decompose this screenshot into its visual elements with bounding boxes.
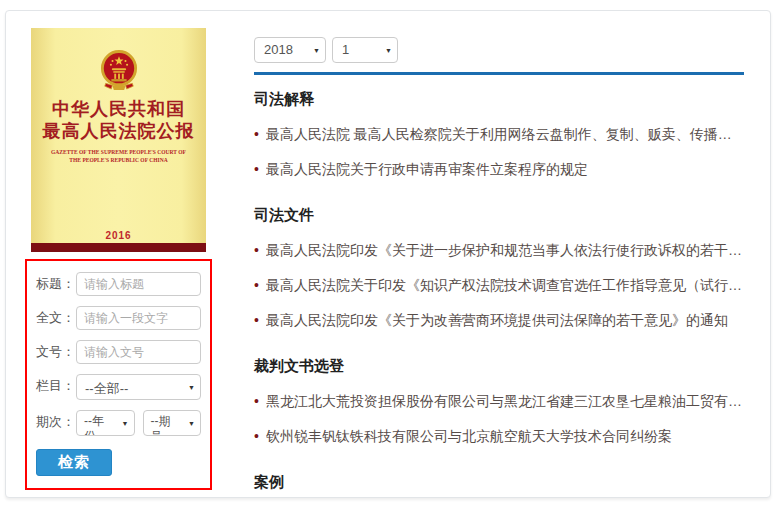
section-cases: 案例 • 上海市长宁区人民检察院诉韩某某盗窃案 — [254, 473, 744, 506]
cover-title-line2: 最高人民法院公报 — [31, 120, 206, 142]
cover-subtitle: GAZETTE OF THE SUPREME PEOPLE'S COURT OF… — [31, 148, 206, 164]
cover-subtitle-line2: THE PEOPLE'S REPUBLIC OF CHINA — [38, 156, 199, 163]
list-item[interactable]: • 黑龙江北大荒投资担保股份有限公司与黑龙江省建三江农垦七星粮油工贸有限责任..… — [254, 392, 744, 411]
search-form: 标题： 全文： 文号： 栏目： --全部-- ▼ 期次： — [25, 259, 212, 490]
gazette-cover: 中华人民共和国 最高人民法院公报 GAZETTE OF THE SUPREME … — [31, 28, 206, 252]
search-button[interactable]: 检索 — [36, 449, 112, 476]
section-title: 案例 — [254, 473, 744, 492]
bullet-icon: • — [254, 160, 259, 179]
filter-row: 2018 ▼ 1 ▼ — [254, 37, 744, 63]
year-filter-select[interactable]: 2018 ▼ — [254, 37, 326, 63]
chevron-down-icon: ▼ — [188, 420, 195, 427]
national-emblem-icon — [100, 48, 138, 94]
cover-title-line1: 中华人民共和国 — [31, 98, 206, 120]
bullet-icon: • — [254, 276, 259, 295]
list-item-text: 钦州锐丰钒钛铁科技有限公司与北京航空航天大学技术合同纠纷案 — [266, 427, 672, 446]
issue-select-value: --期号 — [151, 414, 181, 436]
bullet-icon: • — [254, 427, 259, 446]
fulltext-input[interactable] — [76, 306, 201, 330]
year-select-value: --年份 — [84, 414, 114, 436]
issue-filter-select[interactable]: 1 ▼ — [332, 37, 398, 63]
cover-subtitle-line1: GAZETTE OF THE SUPREME PEOPLE'S COURT OF — [38, 148, 199, 155]
list-item[interactable]: • 最高人民法院印发《关于进一步保护和规范当事人依法行使行政诉权的若干意见》..… — [254, 241, 744, 260]
column-select-value: --全部-- — [85, 380, 128, 398]
list-item[interactable]: • 钦州锐丰钒钛铁科技有限公司与北京航空航天大学技术合同纠纷案 — [254, 427, 744, 446]
list-item-text: 最高人民法院 最高人民检察院关于利用网络云盘制作、复制、贩卖、传播淫秽电子... — [266, 125, 744, 144]
column-field-label: 栏目： — [36, 374, 76, 398]
chevron-down-icon: ▼ — [122, 420, 129, 427]
list-item-text: 最高人民法院印发《关于进一步保护和规范当事人依法行使行政诉权的若干意见》... — [266, 241, 744, 260]
section-judicial-interpretations: 司法解释 • 最高人民法院 最高人民检察院关于利用网络云盘制作、复制、贩卖、传播… — [254, 90, 744, 179]
column-field-row: 栏目： --全部-- ▼ — [36, 374, 201, 400]
chevron-down-icon: ▼ — [313, 47, 320, 54]
list-item[interactable]: • 最高人民法院关于行政申请再审案件立案程序的规定 — [254, 160, 744, 179]
issue-select[interactable]: --期号 ▼ — [143, 410, 202, 436]
year-select[interactable]: --年份 ▼ — [76, 410, 135, 436]
list-item-text: 最高人民法院关于行政申请再审案件立案程序的规定 — [266, 160, 588, 179]
bullet-icon: • — [254, 392, 259, 411]
list-item-text: 最高人民法院关于印发《知识产权法院技术调查官选任工作指导意见（试行）》的... — [266, 276, 744, 295]
title-field-label: 标题： — [36, 272, 76, 296]
bullet-icon: • — [254, 311, 259, 330]
list-item[interactable]: • 最高人民法院关于印发《知识产权法院技术调查官选任工作指导意见（试行）》的..… — [254, 276, 744, 295]
fulltext-field-row: 全文： — [36, 306, 201, 330]
chevron-down-icon: ▼ — [188, 384, 195, 391]
chevron-down-icon: ▼ — [385, 47, 392, 54]
list-item[interactable]: • 最高人民法院 最高人民检察院关于利用网络云盘制作、复制、贩卖、传播淫秽电子.… — [254, 125, 744, 144]
section-judicial-documents: 司法文件 • 最高人民法院印发《关于进一步保护和规范当事人依法行使行政诉权的若干… — [254, 206, 744, 330]
section-selected-judgments: 裁判文书选登 • 黑龙江北大荒投资担保股份有限公司与黑龙江省建三江农垦七星粮油工… — [254, 357, 744, 446]
bullet-icon: • — [254, 125, 259, 144]
issue-field-label: 期次： — [36, 410, 76, 434]
year-filter-value: 2018 — [264, 42, 293, 57]
fulltext-field-label: 全文： — [36, 306, 76, 330]
issue-field-row: 期次： --年份 ▼ --期号 ▼ — [36, 410, 201, 436]
page-container: 中华人民共和国 最高人民法院公报 GAZETTE OF THE SUPREME … — [5, 10, 771, 498]
content-column: 2018 ▼ 1 ▼ 司法解释 • 最高人民法院 最高人民检察院关于利用网络云盘… — [254, 37, 744, 506]
blue-divider — [254, 72, 744, 75]
bullet-icon: • — [254, 241, 259, 260]
docnumber-input[interactable] — [76, 340, 201, 364]
title-input[interactable] — [76, 272, 201, 296]
list-item[interactable]: • 最高人民法院印发《关于为改善营商环境提供司法保障的若干意见》的通知 — [254, 311, 744, 330]
column-select[interactable]: --全部-- ▼ — [76, 374, 201, 400]
section-title: 裁判文书选登 — [254, 357, 744, 376]
cover-stripe — [31, 243, 206, 252]
docnumber-field-row: 文号： — [36, 340, 201, 364]
section-title: 司法文件 — [254, 206, 744, 225]
title-field-row: 标题： — [36, 272, 201, 296]
cover-year: 2016 — [31, 230, 206, 241]
section-title: 司法解释 — [254, 90, 744, 109]
list-item-text: 最高人民法院印发《关于为改善营商环境提供司法保障的若干意见》的通知 — [266, 311, 728, 330]
list-item-text: 黑龙江北大荒投资担保股份有限公司与黑龙江省建三江农垦七星粮油工贸有限责任... — [266, 392, 744, 411]
issue-filter-value: 1 — [342, 42, 349, 57]
left-column: 中华人民共和国 最高人民法院公报 GAZETTE OF THE SUPREME … — [25, 28, 212, 490]
docnumber-field-label: 文号： — [36, 340, 76, 364]
